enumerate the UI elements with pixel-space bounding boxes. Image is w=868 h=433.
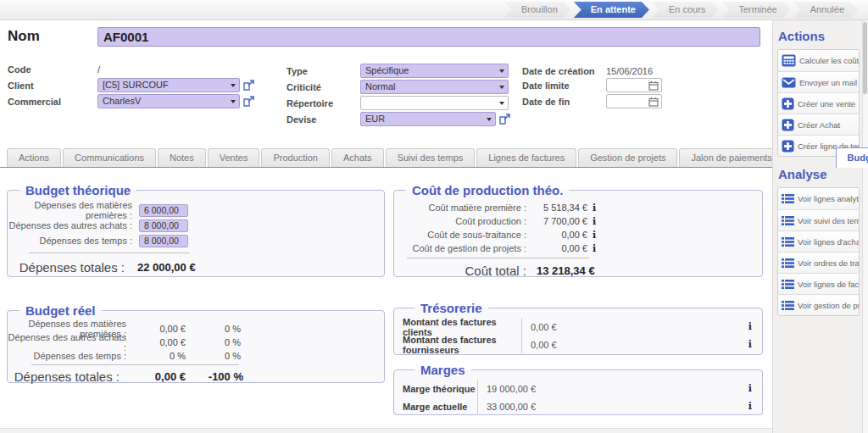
field-label: Coût matière première : xyxy=(394,203,526,213)
creer-une-vente-button[interactable]: Créer une vente xyxy=(778,92,859,114)
factures-fournisseurs-label: Montant des factures fournisseurs xyxy=(403,335,521,355)
scrollbar-thumb[interactable] xyxy=(863,22,867,94)
date-fin-input[interactable] xyxy=(606,94,662,108)
devise-select[interactable]: EUR xyxy=(360,112,496,126)
actions-section-title: Actions xyxy=(778,29,860,43)
chevron-down-icon xyxy=(231,84,236,87)
marge-theorique-label: Marge théorique xyxy=(403,384,477,394)
field-label: Dépenses des matières premières : xyxy=(8,200,132,220)
code-value: / xyxy=(97,64,100,75)
voir-suivi-des-temps-button[interactable]: Voir suivi des temps xyxy=(778,209,859,230)
voir-ordres-de-travails-button[interactable]: Voir ordres de travails xyxy=(778,252,859,273)
tab-gestion-de-projets[interactable]: Gestion de projets xyxy=(578,148,677,167)
tab-communications[interactable]: Communications xyxy=(63,148,156,167)
budget-reel-total: 0,00 € xyxy=(120,370,186,383)
cout-production-value: 7 700,00 € xyxy=(526,216,587,226)
tab-budgets[interactable]: Budgets xyxy=(836,147,868,168)
app-window: Brouillon En attente En cours Terminée A… xyxy=(0,0,868,433)
tab-suivi-des-temps[interactable]: Suivi des temps xyxy=(386,148,476,167)
tab-lignes-de-factures[interactable]: Lignes de factures xyxy=(476,148,576,167)
marge-theorique-value: 19 000,00 € xyxy=(478,384,743,394)
chevron-down-icon xyxy=(487,118,492,121)
info-icon[interactable]: i xyxy=(748,321,752,332)
criticite-label: Criticité xyxy=(287,82,360,92)
status-brouillon[interactable]: Brouillon xyxy=(504,2,571,18)
reel-temps-value: 0 % xyxy=(126,351,186,361)
info-icon[interactable]: i xyxy=(748,401,752,412)
cout-production-panel: Coût de production théo. Coût matière pr… xyxy=(393,183,763,277)
chevron-down-icon xyxy=(231,100,236,103)
info-icon[interactable]: i xyxy=(748,383,752,394)
type-select[interactable]: Spécifique xyxy=(360,64,509,78)
client-select[interactable]: [C5] SURCOUF xyxy=(97,78,240,92)
reel-matieres-percent: 0 % xyxy=(186,324,241,334)
list-icon xyxy=(782,300,794,311)
footer-strip xyxy=(0,428,772,433)
open-record-icon[interactable] xyxy=(499,114,510,125)
repertoire-select[interactable] xyxy=(360,96,509,110)
list-icon xyxy=(782,193,794,204)
plus-icon xyxy=(782,140,794,153)
voir-gestion-de-projets-button[interactable]: Voir gestion de projets xyxy=(778,294,859,315)
calendar-icon xyxy=(648,80,659,91)
calculer-les-couts-button[interactable]: Calculer les coûts xyxy=(778,50,859,71)
commercial-label: Commercial xyxy=(8,97,97,107)
tab-production[interactable]: Production xyxy=(261,148,330,167)
code-label: Code xyxy=(8,64,97,75)
form-area: Nom AF0001 Code / Client [C5] SURCOUF Co… xyxy=(0,20,772,433)
list-icon xyxy=(782,215,794,226)
marges-title: Marges xyxy=(415,363,471,377)
tab-actions[interactable]: Actions xyxy=(7,148,61,167)
voir-lignes-analytiques-button[interactable]: Voir lignes analytiques xyxy=(778,188,859,209)
tab-ventes[interactable]: Ventes xyxy=(208,148,260,167)
open-record-icon[interactable] xyxy=(243,96,254,107)
depenses-matieres-input[interactable]: 6 000,00 xyxy=(139,204,188,217)
info-icon[interactable]: i xyxy=(593,216,596,227)
field-label: Dépenses des autres achats : xyxy=(8,332,126,353)
vertical-scrollbar[interactable] xyxy=(862,20,868,433)
repertoire-label: Répertoire xyxy=(287,98,360,108)
field-label: Coût de sous-traitance : xyxy=(394,230,526,240)
total-label: Coût total : xyxy=(394,264,526,278)
date-limite-label: Date limite xyxy=(522,80,606,91)
creer-achat-button[interactable]: Créer Achat xyxy=(778,114,859,135)
voir-lignes-de-factures-button[interactable]: Voir lignes de factures xyxy=(778,273,859,294)
list-icon xyxy=(782,236,794,247)
cout-production-title: Coût de production théo. xyxy=(406,183,569,197)
budget-theorique-title: Budget théorique xyxy=(19,183,136,197)
info-icon[interactable]: i xyxy=(593,230,596,241)
info-icon[interactable]: i xyxy=(593,203,596,214)
tab-achats[interactable]: Achats xyxy=(331,148,384,167)
mail-icon xyxy=(782,77,796,88)
info-icon[interactable]: i xyxy=(748,339,752,350)
reel-achats-percent: 0 % xyxy=(186,337,241,347)
sidebar: Actions Calculer les coûts Envoyer un ma… xyxy=(772,20,862,433)
name-field-label: Nom xyxy=(8,28,40,45)
commercial-select[interactable]: CharlesV xyxy=(97,94,240,108)
tab-jalon-de-paiements[interactable]: Jalon de paiements xyxy=(679,148,783,167)
open-record-icon[interactable] xyxy=(243,80,254,91)
depenses-achats-input[interactable]: 8 000,00 xyxy=(139,219,188,232)
chevron-down-icon xyxy=(499,86,504,89)
status-annulee[interactable]: Annulée xyxy=(793,2,858,18)
envoyer-un-mail-button[interactable]: Envoyer un mail xyxy=(778,71,859,92)
voir-lignes-dachats-button[interactable]: Voir lignes d'achats xyxy=(778,230,859,252)
chevron-down-icon xyxy=(499,102,504,105)
status-terminee[interactable]: Terminée xyxy=(721,2,790,18)
status-bar: Brouillon En attente En cours Terminée A… xyxy=(0,0,868,20)
date-limite-input[interactable] xyxy=(606,78,662,92)
list-icon xyxy=(782,258,794,269)
status-en-cours[interactable]: En cours xyxy=(652,2,719,18)
tab-notes[interactable]: Notes xyxy=(158,148,206,167)
cout-matiere-value: 5 518,34 € xyxy=(526,203,587,213)
name-input[interactable]: AF0001 xyxy=(97,27,760,47)
status-en-attente[interactable]: En attente xyxy=(574,2,649,18)
info-icon[interactable]: i xyxy=(593,243,596,254)
criticite-select[interactable]: Normal xyxy=(360,80,509,94)
type-label: Type xyxy=(287,66,360,76)
reel-matieres-value: 0,00 € xyxy=(126,324,186,334)
budget-reel-panel: Budget réel Dépenses des matières premiè… xyxy=(7,303,385,383)
depenses-temps-input[interactable]: 8 000,00 xyxy=(139,235,188,247)
factures-fournisseurs-value: 0,00 € xyxy=(522,340,743,350)
budget-reel-title: Budget réel xyxy=(19,303,102,318)
